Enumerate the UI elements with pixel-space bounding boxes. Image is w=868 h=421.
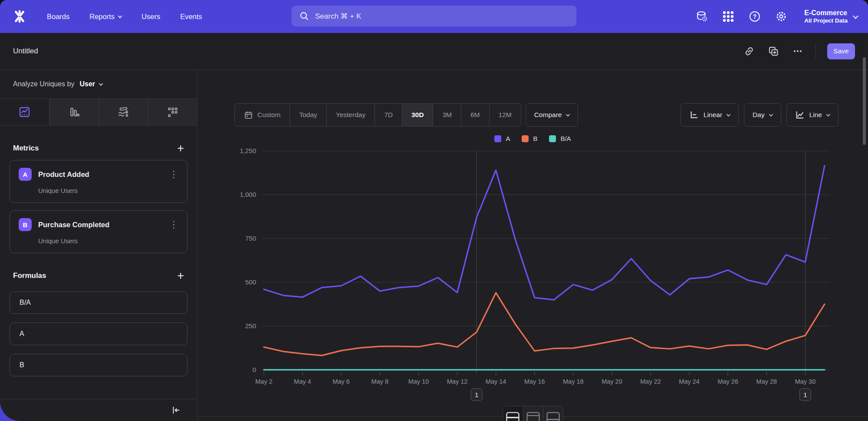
svg-text:250: 250 — [245, 322, 256, 330]
metric-menu-icon[interactable]: ⋮ — [169, 222, 178, 228]
formula-card[interactable]: A — [10, 323, 187, 345]
analyze-by-value: User — [79, 80, 95, 88]
metric-name[interactable]: Purchase Completed — [38, 221, 109, 229]
date-range-30d[interactable]: 30D — [402, 104, 433, 126]
svg-text:May 6: May 6 — [332, 378, 350, 385]
data-management-icon[interactable] — [696, 10, 708, 23]
formulas-section-header: Formulas + — [10, 271, 187, 280]
chart-panel: Custom Today Yesterday 7D 30D 3M 6M 12M … — [197, 70, 868, 421]
more-options-icon[interactable] — [791, 45, 804, 58]
nav-item-events[interactable]: Events — [180, 13, 202, 21]
legend-swatch-b — [522, 135, 529, 142]
layout-toggle-group — [503, 406, 563, 421]
add-metric-button[interactable]: + — [177, 144, 184, 153]
date-range-7d[interactable]: 7D — [375, 104, 402, 126]
layout-toggle-split-view[interactable] — [503, 406, 523, 421]
metrics-section-header: Metrics + — [10, 144, 187, 153]
date-range-3m[interactable]: 3M — [433, 104, 461, 126]
legend-item-b-over-a[interactable]: B/A — [549, 135, 571, 142]
nav-item-users[interactable]: Users — [141, 13, 160, 21]
save-button[interactable]: Save — [827, 43, 855, 59]
apps-grid-icon[interactable] — [722, 10, 734, 23]
query-sidebar: Analyze Uniques by User — [0, 70, 197, 421]
legend-item-b[interactable]: B — [522, 135, 537, 142]
scale-button[interactable]: Linear — [681, 103, 739, 127]
metric-measure[interactable]: Unique Users — [38, 237, 178, 245]
formulas-heading: Formulas — [13, 271, 46, 280]
metric-card[interactable]: B Purchase Completed ⋮ Unique Users — [10, 210, 187, 253]
nav-item-label: Events — [180, 13, 202, 21]
sidebar-body: Metrics + A Product Added ⋮ Unique Users… — [0, 126, 197, 399]
legend-swatch-b-over-a — [549, 135, 556, 142]
search-icon — [299, 11, 309, 21]
chevron-down-icon — [727, 112, 731, 117]
legend-label: B/A — [560, 135, 571, 142]
tab-insights[interactable] — [0, 99, 49, 125]
chart-type-label: Line — [809, 111, 822, 119]
chart-type-button[interactable]: Line — [786, 103, 838, 127]
project-switcher[interactable]: E-Commerce All Project Data — [804, 9, 858, 25]
nav-item-reports[interactable]: Reports — [89, 13, 122, 21]
copy-link-icon[interactable] — [743, 45, 756, 58]
formula-card[interactable]: B/A — [10, 291, 187, 314]
analyze-by-row: Analyze Uniques by User — [0, 70, 197, 99]
duplicate-icon[interactable] — [767, 45, 780, 58]
svg-text:1,250: 1,250 — [240, 147, 256, 154]
metric-card[interactable]: A Product Added ⋮ Unique Users — [10, 160, 187, 203]
svg-text:May 24: May 24 — [679, 378, 700, 385]
calendar-icon — [244, 111, 253, 120]
sidebar-footer — [0, 399, 197, 421]
report-type-tabs — [0, 99, 197, 126]
chevron-down-icon — [853, 13, 858, 19]
formula-card[interactable]: B — [10, 354, 187, 376]
date-range-12m[interactable]: 12M — [489, 104, 521, 126]
retention-dots-icon — [167, 106, 178, 118]
date-range-control: Custom Today Yesterday 7D 30D 3M 6M 12M — [234, 103, 521, 127]
compare-button[interactable]: Compare — [526, 103, 579, 127]
svg-text:May 16: May 16 — [524, 378, 545, 385]
collapse-sidebar-icon[interactable] — [169, 404, 182, 417]
settings-gear-icon[interactable] — [775, 10, 787, 23]
date-range-custom[interactable]: Custom — [235, 104, 289, 126]
svg-text:May 2: May 2 — [255, 378, 273, 385]
titlebar-actions: Save — [743, 43, 855, 59]
svg-text:May 22: May 22 — [640, 378, 661, 385]
help-icon[interactable]: ? — [749, 10, 761, 23]
svg-text:1: 1 — [475, 391, 478, 398]
analyze-by-dropdown[interactable]: User — [79, 80, 102, 88]
metric-name[interactable]: Product Added — [38, 170, 89, 179]
line-chart[interactable]: 02505007501,0001,250May 2May 4May 6May 8… — [234, 146, 838, 406]
layout-toggle-chart-bottom[interactable] — [543, 406, 563, 421]
date-range-yesterday[interactable]: Yesterday — [326, 104, 375, 126]
svg-text:May 12: May 12 — [447, 378, 468, 385]
metric-letter-badge: A — [19, 168, 32, 181]
tab-flows[interactable] — [99, 99, 148, 125]
layout-toggle-chart-top[interactable] — [523, 406, 543, 421]
svg-text:May 8: May 8 — [372, 378, 389, 385]
metric-measure[interactable]: Unique Users — [38, 187, 178, 194]
vertical-scrollbar[interactable] — [863, 57, 866, 145]
chart-legend: A B B/A — [197, 135, 868, 142]
line-chart-icon — [795, 110, 805, 120]
svg-text:May 26: May 26 — [717, 378, 738, 385]
granularity-label: Day — [753, 111, 765, 119]
nav-item-boards[interactable]: Boards — [47, 13, 69, 21]
svg-text:May 28: May 28 — [756, 378, 777, 385]
divider — [815, 44, 816, 59]
search-placeholder: Search ⌘ + K — [315, 12, 361, 21]
mixpanel-logo[interactable] — [12, 9, 27, 24]
svg-text:May 4: May 4 — [294, 378, 311, 385]
date-range-today[interactable]: Today — [289, 104, 326, 126]
metric-menu-icon[interactable]: ⋮ — [169, 171, 178, 177]
add-formula-button[interactable]: + — [177, 271, 184, 280]
date-range-6m[interactable]: 6M — [461, 104, 489, 126]
search-input[interactable]: Search ⌘ + K — [292, 6, 576, 26]
granularity-button[interactable]: Day — [744, 103, 781, 127]
legend-item-a[interactable]: A — [494, 135, 510, 142]
svg-text:500: 500 — [245, 278, 256, 286]
tab-retention[interactable] — [148, 99, 197, 125]
svg-text:1: 1 — [803, 391, 807, 398]
report-title[interactable]: Untitled — [13, 47, 38, 55]
tab-funnels[interactable] — [49, 99, 99, 125]
compare-label: Compare — [534, 111, 562, 119]
